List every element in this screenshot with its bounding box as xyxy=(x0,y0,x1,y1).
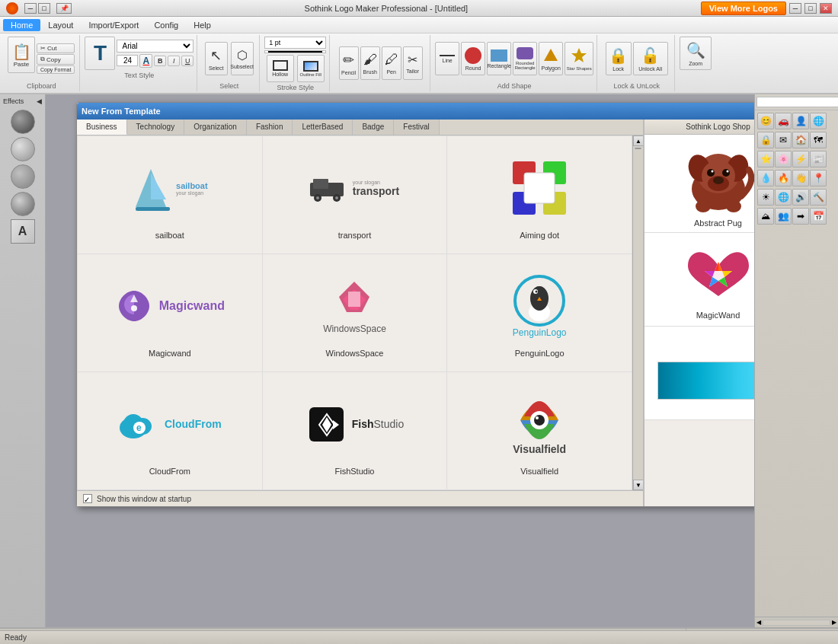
newspaper-icon[interactable]: 📰 xyxy=(810,151,827,167)
paste-button[interactable]: 📋 Paste xyxy=(8,37,35,73)
sun-icon[interactable]: ☀ xyxy=(757,189,774,206)
tab-fashion[interactable]: Fashion xyxy=(247,120,293,135)
pin-btn[interactable]: 📌 xyxy=(56,3,72,14)
letter-icon[interactable]: ✉ xyxy=(775,132,792,148)
scroll-thumb[interactable] xyxy=(635,148,641,149)
hollow-button[interactable]: Hollow xyxy=(267,55,294,82)
logo-aiming-dot[interactable]: Aiming dot xyxy=(447,136,632,254)
shop-item-pug[interactable]: $29 xyxy=(644,135,754,233)
logo-windowsspace[interactable]: WindowsSpace WindowsSpace xyxy=(263,254,448,372)
tab-business[interactable]: Business xyxy=(77,120,127,135)
window-maximize-btn[interactable]: □ xyxy=(804,3,817,14)
star2-icon[interactable]: ⭐ xyxy=(757,151,774,167)
minimize-btn[interactable]: ─ xyxy=(24,3,37,14)
rounded-rectangle-button[interactable]: Rounded Rectangle xyxy=(513,42,537,75)
line-button[interactable]: Line xyxy=(435,42,459,75)
drop-icon[interactable]: 💧 xyxy=(757,170,774,187)
subselect-button[interactable]: ⬡ Subselect xyxy=(231,42,254,75)
window-close-btn[interactable]: ✕ xyxy=(820,3,832,14)
shadow-effect[interactable] xyxy=(11,110,35,134)
menu-help[interactable]: Help xyxy=(186,19,219,31)
fire-icon[interactable]: 🔥 xyxy=(775,170,792,187)
scroll-up-btn[interactable]: ▲ xyxy=(633,135,643,146)
effects-toggle[interactable]: ◀ xyxy=(37,97,42,105)
tab-technology[interactable]: Technology xyxy=(127,120,185,135)
round-button[interactable]: Round xyxy=(461,42,485,75)
unlock-button[interactable]: 🔓 Unlock All xyxy=(633,42,668,75)
add-text-button[interactable]: T xyxy=(85,37,115,70)
font-select[interactable]: Arial xyxy=(117,40,194,53)
star-button[interactable]: Star Shapes xyxy=(565,42,593,75)
tab-festival[interactable]: Festival xyxy=(394,120,439,135)
person-icon[interactable]: 👤 xyxy=(792,113,809,129)
logo-fishstudio[interactable]: FishStudio FishStudio xyxy=(263,372,448,490)
shop-item-gradient[interactable]: $19 xyxy=(644,327,754,420)
stroke-width-select[interactable]: 1 pt xyxy=(264,37,326,49)
people-icon[interactable]: 👥 xyxy=(775,208,792,225)
tab-badge[interactable]: Badge xyxy=(353,120,394,135)
hammer-icon[interactable]: 🔨 xyxy=(810,189,827,206)
right-scroll-right[interactable]: ▶ xyxy=(830,617,838,627)
mountain-icon[interactable]: ⛰ xyxy=(757,208,774,225)
logo-visualfield[interactable]: Visualfield Visualfield xyxy=(447,372,632,490)
menu-config[interactable]: Config xyxy=(146,19,186,31)
sound-icon[interactable]: 🔊 xyxy=(792,189,809,206)
menu-layout[interactable]: Layout xyxy=(40,19,81,31)
flower-icon[interactable]: 🌸 xyxy=(775,151,792,167)
right-search-input[interactable] xyxy=(756,97,838,107)
calendar-icon[interactable]: 📅 xyxy=(810,208,827,225)
font-size-input[interactable] xyxy=(117,55,138,66)
right-scroll-left[interactable]: ◀ xyxy=(755,617,763,627)
tab-organization[interactable]: Organization xyxy=(184,120,247,135)
outline-fill-button[interactable]: Outline Fill xyxy=(297,55,325,82)
lightning-icon[interactable]: ⚡ xyxy=(792,151,809,167)
cut-button[interactable]: ✂ Cut xyxy=(37,43,75,53)
menu-import-export[interactable]: Import/Export xyxy=(81,19,146,31)
logo-sailboat[interactable]: sailboat your slogan sailboat xyxy=(78,136,263,254)
logo-cloudfrom[interactable]: e CloudFrom CloudFrom xyxy=(78,372,263,490)
window-minimize-btn[interactable]: ─ xyxy=(789,3,801,14)
hand-icon[interactable]: 👋 xyxy=(792,170,809,187)
shop-item-magicwand[interactable]: $29 xyxy=(644,233,754,327)
car-icon[interactable]: 🚗 xyxy=(775,113,792,129)
logo-transport[interactable]: your slogan transport transport xyxy=(263,136,448,254)
glow-effect[interactable] xyxy=(11,137,35,161)
lock2-icon[interactable]: 🔒 xyxy=(757,132,774,148)
startup-checkbox[interactable] xyxy=(83,494,92,503)
bold-button[interactable]: B xyxy=(154,56,166,66)
view-more-logos-btn[interactable]: View More Logos xyxy=(701,2,786,15)
pin-icon[interactable]: 📍 xyxy=(810,170,827,187)
menu-home[interactable]: Home xyxy=(3,19,40,31)
face-icon[interactable]: 😊 xyxy=(757,113,774,129)
polygon-button[interactable]: Polygon xyxy=(539,42,563,75)
scroll-down-btn[interactable]: ▼ xyxy=(633,480,643,490)
restore-btn[interactable]: □ xyxy=(38,3,50,14)
copy-format-button[interactable]: Copy Format xyxy=(37,65,75,74)
select-button[interactable]: ↖ Select xyxy=(205,42,228,75)
canvas-area[interactable]: New From Template × Business Technology … xyxy=(46,94,754,627)
home-icon[interactable]: 🏠 xyxy=(792,132,809,148)
rectangle-button[interactable]: Rectangle xyxy=(487,42,511,75)
brush-button[interactable]: 🖌 Brush xyxy=(360,46,380,80)
zoom-button[interactable]: 🔍 Zoom xyxy=(680,37,712,70)
map-icon[interactable]: 🗺 xyxy=(810,132,827,148)
copy-button[interactable]: ⧉ Copy xyxy=(37,54,75,65)
italic-button[interactable]: I xyxy=(168,56,180,66)
logo-grid-scrollbar[interactable]: ▲ ▼ xyxy=(632,135,643,490)
underline-button[interactable]: U xyxy=(181,56,194,66)
text-effect[interactable]: A xyxy=(11,219,35,244)
globe-icon[interactable]: 🌐 xyxy=(810,113,827,129)
logo-magicwand[interactable]: Magicwand Magicwand xyxy=(78,254,263,372)
tailor-button[interactable]: ✂ Tailor xyxy=(403,46,423,80)
bevel-effect[interactable] xyxy=(11,192,35,216)
color-indicator[interactable]: A xyxy=(139,54,152,68)
blur-effect[interactable] xyxy=(11,164,35,189)
web-icon[interactable]: 🌐 xyxy=(775,189,792,206)
logo-penguinlogo[interactable]: PenguinLogo PenguinLogo xyxy=(447,254,632,372)
pen-button[interactable]: 🖊 Pen xyxy=(382,46,401,80)
dialog-body: Business Technology Organization Fashion… xyxy=(77,120,754,506)
arrow-icon[interactable]: ➡ xyxy=(792,208,809,225)
tab-letterbased[interactable]: LetterBased xyxy=(293,120,353,135)
lock-button[interactable]: 🔒 Lock xyxy=(606,42,632,75)
pencil-button[interactable]: ✏ Pencil xyxy=(339,46,359,80)
